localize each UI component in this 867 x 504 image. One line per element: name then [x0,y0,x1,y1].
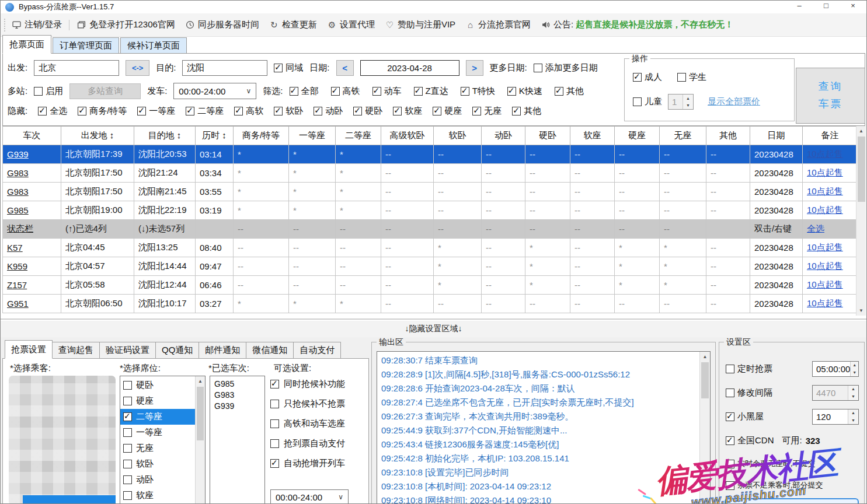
close-icon[interactable]: × [840,1,866,13]
option-定时抢票[interactable]: 定时抢票 [726,363,772,374]
query-tickets-button[interactable]: 查询车票 [796,68,865,124]
option-软座[interactable]: 软座 [393,106,422,117]
seat-option-硬座[interactable]: 硬座 [120,393,195,409]
column-header[interactable]: 目的地 ↕ [134,127,196,145]
scroll-thumb[interactable] [858,136,865,202]
option-小黑屋[interactable]: 小黑屋 [726,411,764,422]
note-link[interactable]: 10点起售 [807,186,843,196]
option-K快速[interactable]: K快速 [507,86,542,97]
checkbox[interactable] [270,400,279,408]
toolbar-item-8[interactable]: 公告: [541,19,573,30]
column-header[interactable]: 日期 [750,127,803,145]
train-link[interactable]: G983 [7,187,29,197]
option-一等座[interactable]: 一等座 [137,106,175,117]
checkbox[interactable] [331,87,340,96]
option-硬卧[interactable]: 硬卧 [353,106,382,117]
option-商务/特等[interactable]: 商务/特等 [78,106,127,117]
checkbox[interactable] [512,107,521,116]
option-儿童[interactable]: 儿童 [633,96,662,107]
train-row-G939[interactable]: G939北京朝阳17:39沈阳北20:5303:14***-----------… [3,145,858,164]
toolbar-item-5[interactable]: ⚙设置代理 [327,19,375,30]
output-log-area[interactable]: 09:28:30:7 结束车票查询09:28:28:9 [1]次,间隔[4.5]… [377,351,711,504]
tab-邮件通知[interactable]: 邮件通知 [199,342,246,359]
checkbox[interactable] [726,365,734,373]
option-只抢候补不抢票[interactable]: 只抢候补不抢票 [270,398,368,410]
column-header[interactable]: 硬座 [615,127,660,145]
toolbar-item-7[interactable]: ⌂分流抢票官网 [465,19,531,30]
show-all-prices-link[interactable]: 显示全部票价 [708,96,760,107]
option-实时余票无座时,不提交[interactable]: 实时余票无座时,不提交 [726,459,816,469]
up-arrow-icon[interactable]: ▲ [851,362,858,369]
depart-time-select[interactable]: 00:00-24:00∨ [173,83,256,99]
seat-option-软卧[interactable]: 软卧 [120,456,195,472]
checkbox[interactable] [123,381,132,390]
column-header[interactable]: 商务/特等 [234,127,289,145]
checkbox[interactable] [726,481,734,490]
spinner-修改间隔[interactable]: 4470▲▼ [812,385,859,401]
train-row-G983[interactable]: G983北京朝阳17:50沈阳南21:4503:55***-----------… [3,183,858,201]
checkbox[interactable] [38,107,47,116]
scroll-thumb[interactable] [197,387,204,440]
checkbox[interactable] [274,64,283,72]
checkbox[interactable] [414,87,423,96]
note-link[interactable]: 10点起售 [807,149,843,159]
multi-station-query-button[interactable]: 多站查询 [69,83,141,99]
scroll-thumb[interactable] [701,362,709,398]
column-header[interactable]: 软卧 [434,127,482,145]
selected-train[interactable]: G983 [214,390,260,401]
option-其他[interactable]: 其他 [512,106,541,117]
train-link[interactable]: G951 [7,299,29,309]
train-row-G951[interactable]: G951北京朝阳06:50沈阳北10:1703:27***-----------… [3,295,858,313]
option-同时抢候补功能[interactable]: 同时抢候补功能 [270,379,368,390]
option-T特快[interactable]: T特快 [461,86,495,97]
scroll-up-icon[interactable]: ▲ [856,126,866,136]
column-header[interactable]: 一等座 [289,127,336,145]
checkbox[interactable] [274,107,283,116]
tab-订单管理页面[interactable]: 订单管理页面 [53,37,119,54]
checkbox[interactable] [270,439,279,448]
checkbox[interactable] [186,107,194,116]
down-arrow-icon[interactable]: ▼ [683,102,693,110]
prev-date-button[interactable]: < [336,60,354,76]
selected-passenger-row[interactable] [23,495,116,504]
spinner-小黑屋[interactable]: 120▲▼ [812,409,859,425]
up-arrow-icon[interactable]: ▲ [848,410,858,417]
toolbar-item-1[interactable]: 注销/登录 [12,19,62,30]
column-header[interactable]: 高级软卧 [381,127,434,145]
train-row-G985[interactable]: G985北京朝阳19:00沈阳北22:1903:19***-----------… [3,201,858,220]
checkbox[interactable] [270,459,279,468]
seat-option-动卧[interactable]: 动卧 [120,472,195,488]
selected-train[interactable]: G985 [214,379,260,390]
tab-QQ通知[interactable]: QQ通知 [156,342,199,359]
checkbox[interactable] [123,475,132,484]
date-input[interactable]: 2023-04-28 [360,60,459,76]
down-arrow-icon[interactable]: ▼ [848,393,858,400]
output-scrollbar[interactable]: ▲ [699,352,710,504]
note-link[interactable]: 全选 [807,223,824,233]
toolbar-item-6[interactable]: ♡赞助与注册VIP [385,19,455,30]
selected-train[interactable]: G939 [214,401,260,412]
tab-抢票设置[interactable]: 抢票设置 [5,340,53,359]
checkbox[interactable] [123,460,132,468]
option-全国CDN[interactable]: 全国CDN [726,435,774,446]
checkbox[interactable] [270,419,279,428]
train-row-G983[interactable]: G983北京朝阳17:50沈阳21:2403:34***------------… [3,164,858,183]
train-link[interactable]: Z157 [7,280,27,290]
up-arrow-icon[interactable]: ▲ [683,94,693,102]
option-自动抢增开列车[interactable]: 自动抢增开列车 [270,458,368,469]
train-link[interactable]: G939 [7,149,29,159]
option-同域[interactable]: 同域 [274,62,303,74]
train-row-K959[interactable]: K959北京04:57沈阳北14:4409:47--------*--*--**… [3,257,858,276]
spinner-定时抢票[interactable]: 05:00:00▲▼ [812,361,859,377]
option-全部[interactable]: 全部 [290,86,319,97]
note-link[interactable]: 10点起售 [807,205,843,215]
checkbox[interactable] [123,444,132,453]
seat-option-二等座[interactable]: 二等座 [120,409,195,425]
checkbox[interactable] [34,87,43,96]
checkbox[interactable] [353,107,362,116]
option-修改间隔[interactable]: 修改间隔 [726,387,772,398]
option-软卧[interactable]: 软卧 [274,106,303,117]
checkbox[interactable] [507,87,516,96]
tab-查询起售[interactable]: 查询起售 [53,342,100,359]
scroll-down-icon[interactable]: ▼ [856,306,866,316]
